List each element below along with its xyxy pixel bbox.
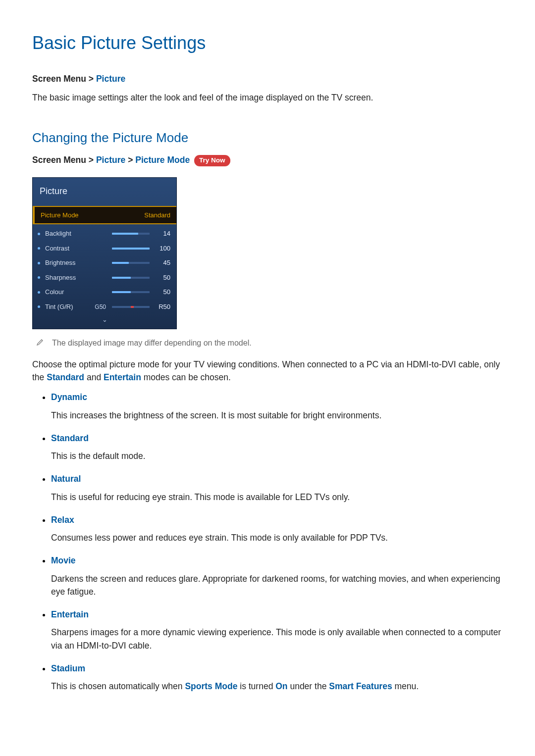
tv-osd-panel: Picture Picture Mode Standard Backlight … <box>32 177 177 329</box>
note: The displayed image may differ depending… <box>36 337 503 349</box>
slider-track[interactable] <box>112 233 150 235</box>
osd-row-label: Contrast <box>45 244 87 253</box>
list-item: Movie Darkens the screen and reduces gla… <box>51 554 503 598</box>
bullet-icon <box>38 233 40 235</box>
osd-row-value: 50 <box>154 273 170 283</box>
text: modes can be chosen. <box>141 372 231 382</box>
paragraph: Choose the optimal picture mode for your… <box>32 358 503 384</box>
list-item: Entertain Sharpens images for a more dyn… <box>51 608 503 652</box>
osd-row-label: Colour <box>45 287 87 297</box>
text: and <box>84 372 104 382</box>
list-item: Standard This is the default mode. <box>51 432 503 463</box>
osd-row-label: Sharpness <box>45 273 87 283</box>
mode-name-movie: Movie <box>51 555 76 565</box>
inline-link-smart-features[interactable]: Smart Features <box>329 681 392 691</box>
slider-fill <box>112 291 131 293</box>
breadcrumb-link-picture[interactable]: Picture <box>96 74 125 84</box>
breadcrumb-item: Screen Menu <box>32 155 86 165</box>
mode-desc: This increases the brightness of the scr… <box>51 409 503 422</box>
mode-desc: This is the default mode. <box>51 450 503 462</box>
mode-desc: This is chosen automatically when Sports… <box>51 680 503 693</box>
slider-track[interactable] <box>112 306 150 308</box>
try-now-badge[interactable]: Try Now <box>194 155 230 166</box>
breadcrumb-item: Screen Menu <box>32 74 86 84</box>
slider-track[interactable] <box>112 277 150 279</box>
osd-selected-label: Picture Mode <box>41 210 79 220</box>
osd-row-value: 100 <box>154 244 170 253</box>
mode-name-relax: Relax <box>51 515 74 525</box>
bullet-icon <box>38 262 40 264</box>
osd-row-tint[interactable]: Tint (G/R) G50 R50 <box>33 300 176 314</box>
inline-link-on[interactable]: On <box>275 681 287 691</box>
breadcrumb: Screen Menu > Picture > Picture Mode Try… <box>32 153 503 166</box>
osd-row-value: 45 <box>154 258 170 268</box>
osd-row-label: Brightness <box>45 258 87 268</box>
slider-track[interactable] <box>112 262 150 264</box>
inline-link-sports-mode[interactable]: Sports Mode <box>185 681 237 691</box>
osd-row-value: 50 <box>154 287 170 297</box>
chevron-icon: > <box>128 155 133 165</box>
bullet-icon <box>38 291 40 294</box>
breadcrumb: Screen Menu > Picture <box>32 72 503 85</box>
bullet-icon <box>38 276 40 279</box>
inline-link-entertain[interactable]: Entertain <box>104 372 141 382</box>
mode-name-stadium: Stadium <box>51 663 85 673</box>
chevron-down-icon[interactable]: ⌄ <box>33 314 176 328</box>
list-item: Natural This is useful for reducing eye … <box>51 472 503 504</box>
mode-desc: Sharpens images for a more dynamic viewi… <box>51 626 503 652</box>
osd-selected-value: Standard <box>144 210 170 220</box>
list-item: Stadium This is chosen automatically whe… <box>51 662 503 693</box>
intro-paragraph: The basic image settings alter the look … <box>32 91 503 104</box>
mode-name-entertain: Entertain <box>51 609 89 619</box>
page-title: Basic Picture Settings <box>32 30 503 56</box>
chevron-icon: > <box>89 155 94 165</box>
osd-row-value: 14 <box>154 229 170 239</box>
osd-row-backlight[interactable]: Backlight 14 <box>33 226 176 241</box>
osd-row-sharpness[interactable]: Sharpness 50 <box>33 270 176 285</box>
list-item: Dynamic This increases the brightness of… <box>51 391 503 422</box>
osd-row-colour[interactable]: Colour 50 <box>33 285 176 300</box>
osd-row-contrast[interactable]: Contrast 100 <box>33 241 176 256</box>
section-title: Changing the Picture Mode <box>32 128 503 148</box>
osd-row-brightness[interactable]: Brightness 45 <box>33 255 176 270</box>
osd-row-value: R50 <box>154 302 170 312</box>
pencil-icon <box>36 338 44 346</box>
slider-fill <box>131 306 134 308</box>
slider-track[interactable] <box>112 248 150 250</box>
mode-desc: Consumes less power and reduces eye stra… <box>51 531 503 544</box>
text: This is chosen automatically when <box>51 681 185 691</box>
note-text: The displayed image may differ depending… <box>52 337 252 349</box>
osd-row-label: Tint (G/R) <box>45 302 87 312</box>
bullet-icon <box>38 247 40 250</box>
slider-fill <box>112 233 138 235</box>
mode-name-standard: Standard <box>51 433 89 443</box>
chevron-icon: > <box>89 74 94 84</box>
osd-selected-row[interactable]: Picture Mode Standard <box>33 206 176 225</box>
slider-fill <box>112 248 150 250</box>
breadcrumb-link-picture[interactable]: Picture <box>96 155 125 165</box>
mode-desc: This is useful for reducing eye strain. … <box>51 491 503 504</box>
breadcrumb-link-picture-mode[interactable]: Picture Mode <box>135 155 190 165</box>
slider-track[interactable] <box>112 291 150 293</box>
text: is turned <box>237 681 275 691</box>
bullet-icon <box>38 305 40 308</box>
modes-list: Dynamic This increases the brightness of… <box>32 391 503 693</box>
osd-row-label: Backlight <box>45 229 87 239</box>
slider-fill <box>112 277 131 279</box>
mode-desc: Darkens the screen and reduces glare. Ap… <box>51 572 503 599</box>
osd-rows: Backlight 14 Contrast 100 Brightness 45 <box>33 224 176 329</box>
text: under the <box>288 681 329 691</box>
document-page: Basic Picture Settings Screen Menu > Pic… <box>0 0 535 742</box>
inline-link-standard[interactable]: Standard <box>47 372 84 382</box>
osd-tint-left: G50 <box>91 302 108 311</box>
list-item: Relax Consumes less power and reduces ey… <box>51 513 503 545</box>
slider-fill <box>112 262 129 264</box>
mode-name-natural: Natural <box>51 474 81 484</box>
osd-title: Picture <box>33 178 176 206</box>
text: menu. <box>392 681 419 691</box>
mode-name-dynamic: Dynamic <box>51 392 87 402</box>
